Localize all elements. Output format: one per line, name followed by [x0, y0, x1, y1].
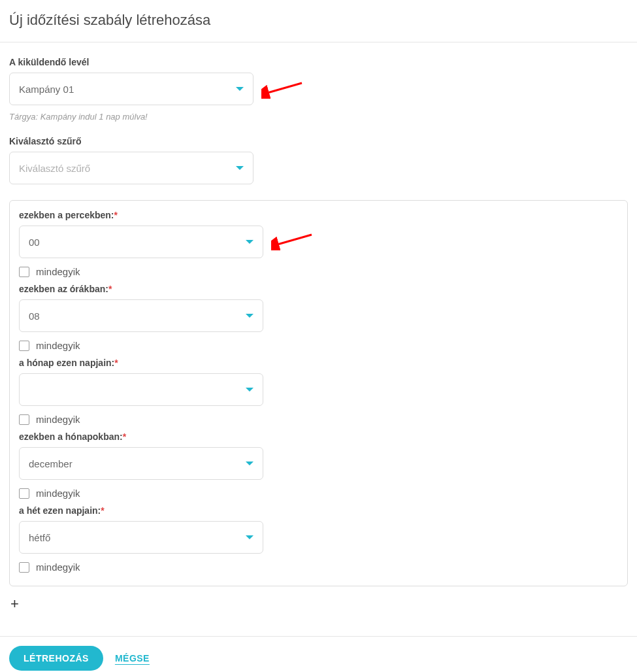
create-button[interactable]: LÉTREHOZÁS [9, 646, 103, 671]
caret-down-icon [236, 166, 244, 170]
dow-select[interactable]: hétfő [19, 521, 263, 554]
caret-down-icon [246, 462, 253, 465]
svg-line-1 [265, 83, 302, 93]
dom-all-row: mindegyik [19, 414, 618, 425]
months-select[interactable]: december [19, 447, 263, 480]
months-all-label: mindegyik [36, 488, 80, 499]
caret-down-icon [246, 535, 253, 539]
minutes-select[interactable]: 00 [19, 226, 263, 258]
annotation-arrow-icon [271, 231, 317, 250]
minutes-all-row: mindegyik [19, 266, 618, 277]
hours-all-label: mindegyik [36, 340, 80, 351]
svg-line-3 [275, 235, 312, 245]
add-rule-button[interactable]: + [10, 596, 19, 613]
dow-all-row: mindegyik [19, 562, 618, 573]
months-label: ezekben a hónapokban: [19, 431, 618, 442]
minutes-select-value: 00 [29, 237, 40, 248]
annotation-arrow-icon [261, 79, 307, 99]
hours-select-value: 08 [29, 311, 40, 322]
dom-select[interactable] [19, 373, 263, 406]
form-main: A kiküldendő levél Kampány 01 Tárgya: Ka… [0, 42, 637, 619]
cancel-button[interactable]: MÉGSE [115, 653, 150, 664]
caret-down-icon [236, 87, 244, 91]
caret-down-icon [246, 388, 253, 392]
hours-label: ezekben az órákban: [19, 284, 618, 294]
email-select-value: Kampány 01 [19, 84, 74, 95]
dom-label: a hónap ezen napjain: [19, 358, 618, 368]
months-all-checkbox[interactable] [19, 488, 29, 499]
dom-all-checkbox[interactable] [19, 414, 29, 425]
filter-select[interactable]: Kiválasztó szűrő [9, 152, 253, 184]
filter-label: Kiválasztó szűrő [9, 136, 628, 146]
dow-all-checkbox[interactable] [19, 562, 29, 573]
schedule-box: ezekben a percekben: 00 mindegyik ezekbe… [9, 200, 628, 586]
email-helper-text: Tárgya: Kampány indul 1 nap múlva! [9, 112, 628, 122]
filter-select-placeholder: Kiválasztó szűrő [19, 163, 90, 174]
email-select[interactable]: Kampány 01 [9, 73, 253, 105]
caret-down-icon [246, 314, 253, 318]
email-label: A kiküldendő levél [9, 57, 628, 67]
months-all-row: mindegyik [19, 488, 618, 499]
page-header: Új időzítési szabály létrehozása [0, 0, 637, 42]
caret-down-icon [246, 240, 253, 244]
hours-all-row: mindegyik [19, 340, 618, 351]
footer-actions: LÉTREHOZÁS MÉGSE [0, 636, 637, 672]
page-title: Új időzítési szabály létrehozása [9, 12, 628, 29]
months-select-value: december [29, 458, 73, 469]
dow-label: a hét ezen napjain: [19, 505, 618, 516]
minutes-all-label: mindegyik [36, 266, 80, 277]
dow-select-value: hétfő [29, 532, 50, 543]
hours-select[interactable]: 08 [19, 299, 263, 332]
dom-all-label: mindegyik [36, 414, 80, 425]
dow-all-label: mindegyik [36, 562, 80, 573]
minutes-label: ezekben a percekben: [19, 210, 618, 220]
hours-all-checkbox[interactable] [19, 341, 29, 351]
minutes-all-checkbox[interactable] [19, 267, 29, 277]
